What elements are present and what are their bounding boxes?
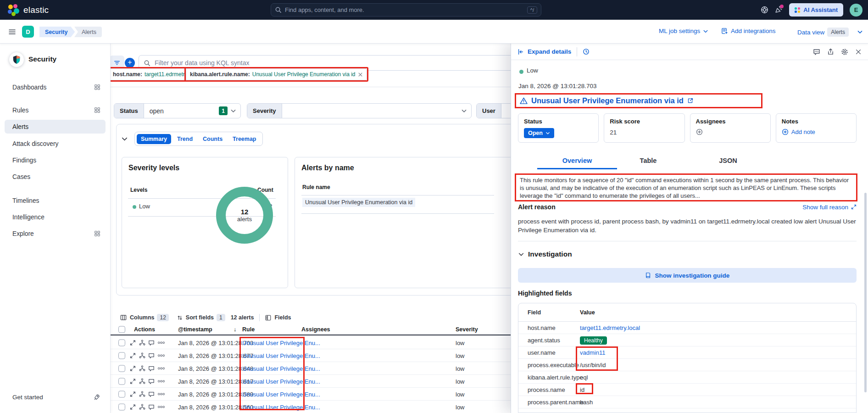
menu-icon[interactable]	[8, 28, 16, 36]
add-filter-button[interactable]: +	[125, 58, 135, 68]
analyzer-icon[interactable]	[139, 378, 145, 385]
help-icon[interactable]	[761, 6, 768, 14]
row-checkbox[interactable]	[118, 403, 125, 410]
hf-value[interactable]: bash	[580, 399, 593, 406]
sidebar-item-rules[interactable]: Rules	[5, 103, 106, 117]
analyzer-icon[interactable]	[139, 365, 145, 372]
analyzer-icon[interactable]	[139, 340, 145, 346]
global-search-input[interactable]: Find apps, content, and more. ^/	[271, 3, 541, 17]
comment-icon[interactable]	[148, 378, 155, 385]
sidebar-item-cases[interactable]: Cases	[5, 170, 106, 184]
tab-trend[interactable]: Trend	[173, 134, 197, 144]
col-assignees[interactable]: Assignees	[301, 326, 330, 333]
flyout-scrollbar[interactable]	[864, 193, 867, 392]
space-badge[interactable]: D	[22, 26, 34, 38]
flyout-tab-json[interactable]: JSON	[719, 157, 737, 164]
more-actions-icon[interactable]	[158, 341, 165, 345]
cell-rule[interactable]: Unusual User Privilege Enu...	[242, 352, 320, 359]
sort-desc-icon[interactable]: ↓	[234, 326, 236, 333]
severity-filter-select[interactable]: Severity	[247, 103, 472, 118]
news-feed-icon[interactable]	[775, 6, 783, 14]
filter-pill-rule[interactable]: kibana.alert.rule.name: Unusual User Pri…	[186, 68, 367, 80]
expand-alert-icon[interactable]	[130, 352, 136, 358]
row-checkbox[interactable]	[118, 365, 125, 372]
status-filter-select[interactable]: Status open 1	[114, 103, 241, 118]
col-rule[interactable]: Rule	[242, 326, 255, 333]
comment-icon[interactable]	[148, 404, 155, 410]
user-avatar[interactable]: E	[850, 4, 862, 17]
show-investigation-guide-button[interactable]: Show investigation guide	[518, 268, 857, 283]
data-view-chevron-icon[interactable]	[857, 29, 863, 35]
comment-icon[interactable]	[813, 48, 820, 56]
col-timestamp[interactable]: @timestamp	[178, 326, 212, 333]
select-all-checkbox[interactable]	[118, 326, 125, 333]
sidebar-item-findings[interactable]: Findings	[5, 153, 106, 167]
tab-summary[interactable]: Summary	[137, 134, 171, 144]
analyzer-icon[interactable]	[139, 352, 145, 359]
hf-value[interactable]: target11.edrmetry.local	[580, 324, 640, 331]
collapse-chevron-icon[interactable]	[121, 135, 128, 142]
cell-rule[interactable]: Unusual User Privilege Enu...	[242, 365, 320, 372]
expand-alert-icon[interactable]	[130, 404, 136, 410]
hf-value[interactable]: eql	[580, 374, 588, 381]
row-checkbox[interactable]	[118, 339, 125, 346]
cell-rule[interactable]: Unusual User Privilege Enu...	[242, 378, 320, 385]
hf-value[interactable]: vadmin11	[580, 349, 605, 356]
ml-job-settings-link[interactable]: ML job settings	[659, 28, 708, 34]
more-actions-icon[interactable]	[158, 405, 165, 409]
external-link-icon[interactable]	[687, 98, 693, 104]
status-open-button[interactable]: Open	[524, 128, 554, 138]
breadcrumb-security[interactable]: Security	[39, 27, 75, 37]
data-view-picker[interactable]: Data view Alerts	[797, 28, 849, 37]
add-note-button[interactable]: Add note	[782, 128, 851, 135]
fields-button[interactable]: Fields	[274, 314, 291, 321]
close-icon[interactable]	[855, 49, 862, 55]
add-assignee-icon[interactable]	[696, 128, 765, 135]
expand-alert-icon[interactable]	[130, 365, 136, 371]
alerts-by-name-rule[interactable]: Unusual User Privilege Enumeration via i…	[302, 198, 415, 207]
more-actions-icon[interactable]	[158, 392, 165, 396]
more-actions-icon[interactable]	[158, 367, 165, 370]
hf-value[interactable]: Healthy	[580, 336, 607, 345]
gear-icon[interactable]	[841, 48, 848, 56]
comment-icon[interactable]	[148, 391, 155, 397]
close-icon[interactable]	[358, 72, 363, 77]
tab-counts[interactable]: Counts	[199, 134, 227, 144]
cell-rule[interactable]: Unusual User Privilege Enu...	[242, 403, 320, 410]
row-checkbox[interactable]	[118, 378, 125, 385]
row-checkbox[interactable]	[118, 391, 125, 397]
hf-value[interactable]: id	[580, 386, 584, 393]
dock-left-icon[interactable]	[517, 49, 524, 55]
analyzer-icon[interactable]	[139, 404, 145, 410]
expand-alert-icon[interactable]	[130, 391, 136, 397]
flyout-tab-table[interactable]: Table	[640, 157, 657, 164]
col-actions[interactable]: Actions	[134, 326, 155, 333]
columns-button[interactable]: Columns	[130, 314, 154, 321]
more-actions-icon[interactable]	[158, 354, 165, 357]
comment-icon[interactable]	[148, 340, 155, 346]
row-checkbox[interactable]	[118, 352, 125, 359]
sidebar-item-explore[interactable]: Explore	[5, 227, 106, 240]
expand-details-button[interactable]: Expand details	[528, 48, 571, 55]
col-severity[interactable]: Severity	[456, 326, 478, 333]
sort-fields-button[interactable]: Sort fields	[186, 314, 214, 321]
alert-rule-title[interactable]: Unusual User Privilege Enumeration via i…	[531, 96, 684, 105]
cell-rule[interactable]: Unusual User Privilege Enu...	[242, 391, 320, 397]
flyout-tab-overview[interactable]: Overview	[562, 157, 592, 164]
cell-rule[interactable]: Unusual User Privilege Enu...	[242, 339, 320, 346]
sidebar-item-timelines[interactable]: Timelines	[5, 194, 106, 207]
expand-alert-icon[interactable]	[130, 340, 136, 346]
more-actions-icon[interactable]	[158, 380, 165, 383]
ai-assistant-button[interactable]: AI Assistant	[789, 3, 843, 17]
sidebar-item-dashboards[interactable]: Dashboards	[5, 80, 106, 94]
analyzer-icon[interactable]	[139, 391, 145, 397]
sidebar-item-alerts[interactable]: Alerts	[5, 120, 106, 134]
show-full-reason-link[interactable]: Show full reason	[802, 204, 857, 211]
sidebar-item-attack-discovery[interactable]: Attack discovery	[5, 137, 106, 151]
history-icon[interactable]	[583, 48, 590, 55]
hf-value[interactable]: /usr/bin/id	[580, 362, 606, 368]
comment-icon[interactable]	[148, 352, 155, 359]
sidebar-item-intelligence[interactable]: Intelligence	[5, 210, 106, 224]
expand-alert-icon[interactable]	[130, 378, 136, 384]
investigation-section-header[interactable]: Investigation	[518, 250, 572, 258]
